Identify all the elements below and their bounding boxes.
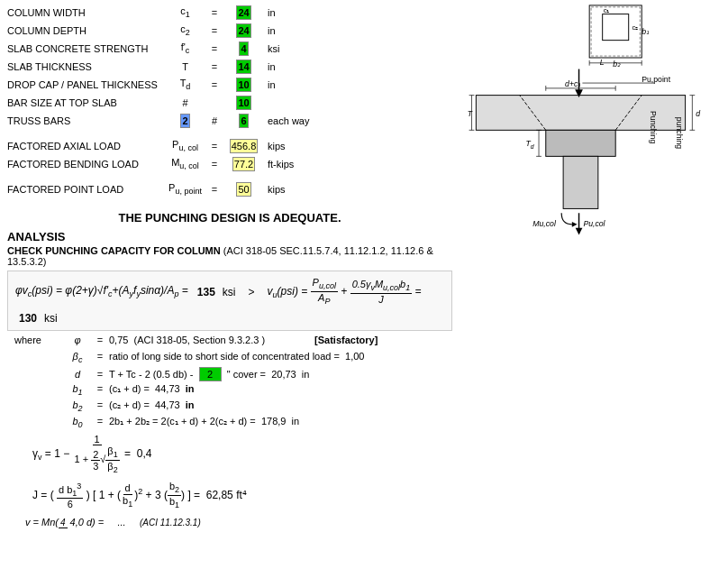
svg-marker-38	[572, 222, 578, 227]
beta-sym: βc	[64, 351, 91, 364]
check-line: CHECK PUNCHING CAPACITY FOR COLUMN (ACI …	[7, 245, 452, 267]
svg-text:b₂: b₂	[613, 60, 621, 69]
svg-text:d: d	[696, 109, 701, 118]
svg-text:Pu,point: Pu,point	[642, 75, 670, 84]
svg-text:L: L	[600, 58, 605, 67]
factored-axial-row: FACTORED AXIAL LOAD Pu, col = 456.8 kips	[7, 137, 452, 154]
svg-text:Td: Td	[526, 139, 534, 150]
beta-row: βc = ratio of long side to short side of…	[14, 351, 452, 365]
bar-size-row: BAR SIZE AT TOP SLAB # 10	[7, 94, 452, 111]
right-panel: b₁ b₂ c₁ c₂ L	[460, 0, 728, 532]
elevation-view: T Td d d+c₁ Punching punching	[468, 69, 702, 235]
beta-val: ratio of long side to short side of conc…	[109, 351, 452, 362]
slab-thickness-row: SLAB THICKNESS T = 14 in	[7, 58, 452, 75]
gt-symbol: >	[249, 286, 255, 298]
factored-bending-output: 77.2	[232, 157, 255, 171]
d-sym: d	[64, 369, 91, 380]
b0-row: b0 = 2b₁ + 2b₂ = 2(c₁ + d) + 2(c₂ + d) =…	[14, 416, 452, 430]
factored-bending-sym: Mu, col	[165, 157, 205, 170]
where-block: where φ = 0,75 (ACI 318-05, Section 9.3.…	[14, 335, 452, 430]
svg-text:c₂: c₂	[632, 23, 639, 32]
b1-row: b1 = (c₁ + d) = 44,73 in	[14, 383, 452, 398]
bar-size-label: BAR SIZE AT TOP SLAB	[7, 97, 165, 108]
truss-bars-input2[interactable]: 6	[239, 114, 248, 128]
svg-text:punching: punching	[675, 117, 684, 149]
d-val: T + Tc - 2 (0.5 db) - 2 " cover = 20,73 …	[109, 367, 452, 381]
factored-point-unit: kips	[264, 184, 336, 195]
column-width-unit: in	[264, 7, 336, 18]
factored-axial-unit: kips	[264, 141, 336, 151]
drop-cap-label: DROP CAP / PANEL THICKNESS	[7, 79, 165, 90]
svg-text:T: T	[468, 109, 473, 118]
drop-cap-unit: in	[264, 79, 336, 90]
factored-bending-label: FACTORED BENDING LOAD	[7, 159, 165, 170]
svg-text:Punching: Punching	[649, 111, 658, 143]
satisfactory-label: [Satisfactory]	[314, 335, 378, 345]
slab-concrete-input[interactable]: 4	[239, 41, 248, 56]
svg-marker-40	[576, 228, 583, 235]
factored-bending-unit: ft-kips	[264, 159, 336, 170]
b2-val: (c₂ + d) = 44,73 in	[109, 399, 452, 411]
phi-result: 135	[197, 286, 215, 298]
gamma-formula: γv = 1 − 1 1 + 23√β1β2 = 0,4	[14, 434, 452, 475]
drop-cap-input[interactable]: 10	[236, 78, 250, 92]
slab-thickness-unit: in	[264, 61, 336, 72]
phi-sym: φ	[64, 335, 91, 345]
b2-row: b2 = (c₂ + d) = 44,73 in	[14, 399, 452, 414]
svg-text:b₁: b₁	[642, 27, 650, 36]
column-depth-unit: in	[264, 25, 336, 36]
plan-view: b₁ b₂ c₁ c₂ L	[589, 5, 650, 69]
phi-unit: ksi	[223, 286, 236, 298]
factored-point-output: 50	[236, 182, 250, 197]
slab-concrete-label: SLAB CONCRETE STRENGTH	[7, 43, 165, 54]
factored-point-label: FACTORED POINT LOAD	[7, 184, 165, 195]
svg-rect-13	[563, 156, 598, 208]
column-depth-row: COLUMN DEPTH c2 = 24 in	[7, 22, 452, 39]
slab-concrete-sym: f'c	[165, 41, 205, 55]
b1-val: (c₁ + d) = 44,73 in	[109, 383, 452, 395]
truss-bars-row: TRUSS BARS 2 # 6 each way	[7, 112, 452, 129]
column-width-label: COLUMN WIDTH	[7, 7, 165, 18]
svg-rect-12	[546, 130, 615, 156]
factored-axial-sym: Pu, col	[165, 139, 205, 152]
truss-bars-input1[interactable]: 2	[180, 114, 189, 128]
column-depth-sym: c2	[165, 23, 205, 37]
d-cover-input[interactable]: 2	[199, 367, 222, 381]
slab-thickness-input[interactable]: 14	[236, 60, 250, 74]
analysis-title: ANALYSIS	[7, 230, 452, 243]
svg-text:c₁: c₁	[604, 6, 610, 14]
adequate-text: THE PUNCHING DESIGN IS ADEQUATE.	[7, 211, 452, 225]
where-header: where φ = 0,75 (ACI 318-05, Section 9.3.…	[14, 335, 452, 349]
structural-diagram: b₁ b₂ c₁ c₂ L	[463, 4, 724, 274]
column-width-input[interactable]: 24	[236, 5, 250, 20]
d-row: d = T + Tc - 2 (0.5 db) - 2 " cover = 20…	[14, 367, 452, 381]
svg-text:Mu,col: Mu,col	[532, 219, 557, 228]
b0-sym: b0	[64, 416, 91, 429]
slab-thickness-sym: T	[165, 61, 205, 72]
phi-formula-row: φvc(psi) = φ(2+γ)√f'c+(Ayfysinα)/Ap = 13…	[15, 277, 444, 325]
svg-text:Pu,col: Pu,col	[583, 219, 605, 228]
bar-size-input[interactable]: 10	[236, 96, 250, 110]
slab-concrete-row: SLAB CONCRETE STRENGTH f'c = 4 ksi	[7, 40, 452, 57]
main-formula-block: φvc(psi) = φ(2+γ)√f'c+(Ayfysinα)/Ap = 13…	[7, 271, 452, 331]
factored-point-row: FACTORED POINT LOAD Pu, point = 50 kips	[7, 180, 452, 197]
drop-cap-sym: Td	[165, 78, 205, 91]
column-depth-label: COLUMN DEPTH	[7, 25, 165, 36]
truss-bars-label: TRUSS BARS	[7, 115, 165, 126]
column-width-sym: c1	[165, 5, 205, 19]
b2-sym: b2	[64, 399, 91, 413]
j-formula: J = ( d b136 ) [ 1 + (db1)2 + 3 (b2b1) ]…	[14, 481, 452, 510]
column-width-row: COLUMN WIDTH c1 = 24 in	[7, 4, 452, 21]
slab-thickness-label: SLAB THICKNESS	[7, 61, 165, 72]
partial-formula: v = Mn(4 4,0 d) = ... (ACI 11.12.3.1)	[25, 517, 452, 528]
drop-cap-row: DROP CAP / PANEL THICKNESS Td = 10 in	[7, 76, 452, 93]
svg-rect-1	[603, 14, 629, 41]
vu-result: 130	[19, 312, 37, 325]
where-label: where	[14, 335, 64, 345]
bar-size-sym: #	[165, 97, 205, 108]
phi-val: 0,75 (ACI 318-05, Section 9.3.2.3 ) [Sat…	[109, 335, 452, 345]
vu-unit: ksi	[44, 312, 58, 325]
truss-bars-unit: each way	[264, 115, 336, 126]
factored-point-sym: Pu, point	[165, 182, 205, 196]
column-depth-input[interactable]: 24	[236, 23, 250, 38]
